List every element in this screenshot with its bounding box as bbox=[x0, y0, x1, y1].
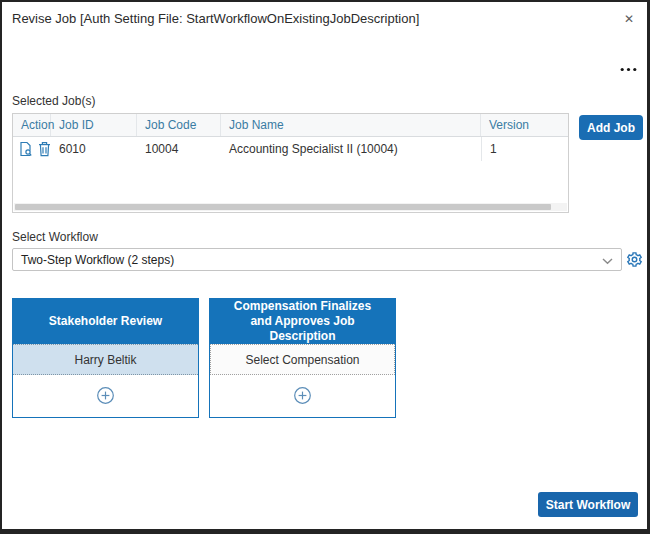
workflow-step-card-1: Stakeholder Review Harry Beltik bbox=[12, 298, 199, 418]
select-workflow-label: Select Workflow bbox=[12, 230, 98, 244]
plus-circle-icon bbox=[293, 393, 312, 408]
start-workflow-button[interactable]: Start Workflow bbox=[538, 492, 638, 517]
job-code-cell: 10004 bbox=[137, 142, 221, 156]
dialog-title: Revise Job [Auth Setting File: StartWork… bbox=[12, 11, 419, 26]
workflow-settings-button[interactable] bbox=[625, 251, 643, 269]
assignee-slot[interactable]: Harry Beltik bbox=[13, 344, 198, 375]
job-name-cell: Accounting Specialist II (10004) bbox=[221, 142, 481, 156]
close-button[interactable]: ✕ bbox=[620, 10, 638, 28]
ellipsis-icon bbox=[620, 60, 637, 75]
close-icon: ✕ bbox=[624, 12, 634, 26]
selected-jobs-table: Action Job ID Job Code Job Name Version bbox=[12, 113, 569, 213]
workflow-step-card-2: Compensation Finalizes and Approves Job … bbox=[209, 298, 396, 418]
workflow-select[interactable]: Two-Step Workflow (2 steps) bbox=[12, 248, 622, 271]
version-cell: 1 bbox=[481, 137, 568, 161]
plus-area bbox=[210, 375, 395, 416]
column-header-action: Action bbox=[13, 114, 51, 136]
job-id-cell: 6010 bbox=[51, 142, 137, 156]
column-header-version: Version bbox=[481, 114, 568, 136]
table-horizontal-scrollbar[interactable] bbox=[14, 203, 567, 211]
column-header-job-id: Job ID bbox=[51, 114, 137, 136]
scrollbar-thumb[interactable] bbox=[15, 204, 551, 210]
gear-icon bbox=[626, 256, 643, 271]
chevron-down-icon bbox=[602, 251, 613, 269]
preview-job-button[interactable] bbox=[18, 141, 33, 157]
step-title: Compensation Finalizes and Approves Job … bbox=[210, 299, 395, 344]
more-options-button[interactable] bbox=[617, 60, 639, 74]
trash-icon bbox=[38, 141, 51, 157]
table-header-row: Action Job ID Job Code Job Name Version bbox=[13, 114, 568, 137]
add-assignee-button[interactable] bbox=[293, 386, 313, 406]
action-cell bbox=[13, 141, 51, 157]
table-row: 6010 10004 Accounting Specialist II (100… bbox=[13, 137, 568, 161]
selected-jobs-label: Selected Job(s) bbox=[12, 94, 95, 108]
plus-circle-icon bbox=[96, 393, 115, 408]
revise-job-dialog: Revise Job [Auth Setting File: StartWork… bbox=[0, 0, 650, 534]
step-title: Stakeholder Review bbox=[13, 299, 198, 344]
document-preview-icon bbox=[18, 141, 33, 157]
delete-job-button[interactable] bbox=[38, 141, 51, 157]
add-assignee-button[interactable] bbox=[96, 386, 116, 406]
workflow-select-value: Two-Step Workflow (2 steps) bbox=[21, 253, 174, 267]
column-header-job-code: Job Code bbox=[137, 114, 221, 136]
column-header-job-name: Job Name bbox=[221, 114, 481, 136]
add-job-button[interactable]: Add Job bbox=[579, 115, 643, 140]
assignee-slot[interactable]: Select Compensation bbox=[210, 344, 395, 375]
plus-area bbox=[13, 375, 198, 416]
